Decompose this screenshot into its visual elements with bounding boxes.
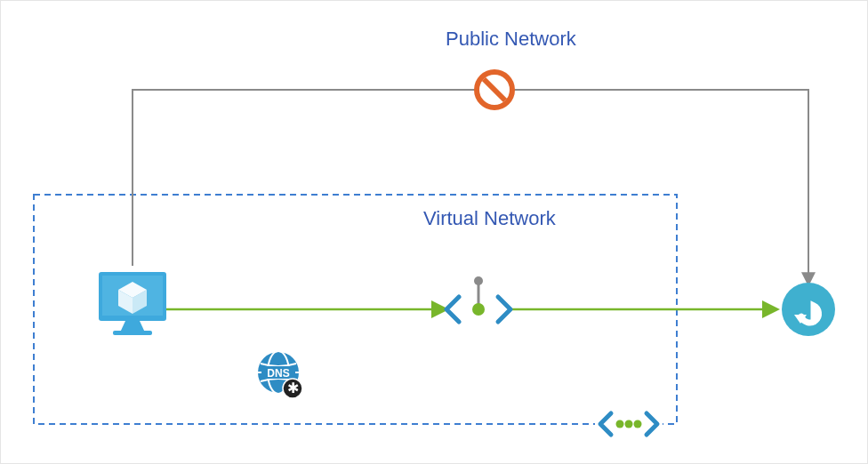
virtual-network-connector-icon [595,410,663,438]
private-dns-zone-icon: DNS ✱ [257,351,302,398]
private-endpoint-icon [446,276,510,322]
public-network-path [133,90,808,284]
svg-point-13 [616,420,624,428]
blocked-icon [477,72,512,108]
svg-text:DNS: DNS [267,367,289,380]
svg-point-24 [782,283,835,336]
svg-point-15 [634,420,642,428]
svg-point-10 [474,276,483,285]
virtual-machine-icon [99,272,166,335]
svg-point-14 [625,420,633,428]
svg-text:✱: ✱ [287,380,299,396]
diagram-canvas: Public Network Virtual Network [0,0,868,464]
svg-rect-8 [113,331,152,335]
svg-point-11 [472,303,485,316]
azure-relay-icon [782,283,835,336]
diagram-svg: DNS ✱ [1,1,868,464]
